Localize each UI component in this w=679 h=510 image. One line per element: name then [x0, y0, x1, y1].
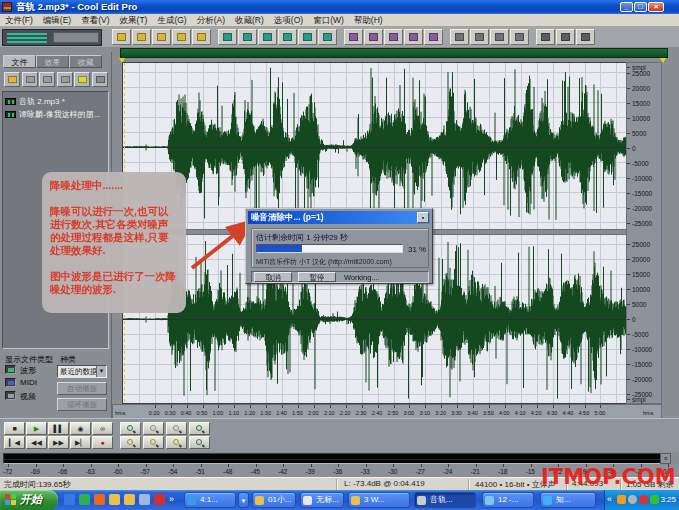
record-button[interactable]: ●: [92, 436, 113, 449]
silence-button[interactable]: [384, 29, 403, 45]
menu-effects[interactable]: 效果(T): [115, 14, 153, 27]
organizer-tool-6-button[interactable]: [92, 72, 108, 87]
filetype-checkbox-midi[interactable]: [5, 378, 16, 387]
file-list-item[interactable]: 谭咏麟-像我这样的朋...: [3, 108, 108, 121]
amplitude-ruler[interactable]: smpl2500020000150001000050000-5000-10000…: [626, 62, 662, 404]
menu-favorites[interactable]: 收藏(R): [230, 14, 269, 27]
dialog-close-icon[interactable]: ▪: [417, 212, 429, 223]
filetype-checkbox-波形[interactable]: [5, 365, 16, 374]
play-button[interactable]: ▶: [26, 422, 47, 435]
organizer-button-1[interactable]: 自动播放: [57, 382, 107, 395]
zoom-selection-button[interactable]: [189, 422, 210, 435]
dropdown-arrow-icon[interactable]: ▼: [96, 366, 106, 377]
task-button-1[interactable]: 4:1...: [184, 492, 236, 508]
copy-button[interactable]: [278, 29, 297, 45]
organizer-tool-5-button[interactable]: [74, 72, 90, 87]
task-button-5[interactable]: 音轨...: [414, 492, 476, 508]
quicklaunch-icon-5[interactable]: [124, 494, 135, 505]
rewind-button[interactable]: ◀◀: [26, 436, 47, 449]
menu-help[interactable]: 帮助(H): [349, 14, 388, 27]
multitrack-view-button[interactable]: [490, 29, 509, 45]
zoom-in-button[interactable]: [120, 422, 141, 435]
cue-list-button[interactable]: [510, 29, 529, 45]
organizer-tab-effects[interactable]: 效果: [36, 55, 69, 68]
menu-generate[interactable]: 生成(G): [152, 14, 191, 27]
quicklaunch-icon-1[interactable]: [64, 494, 75, 505]
cancel-button[interactable]: 取消: [254, 272, 292, 282]
maximize-button[interactable]: □: [634, 2, 647, 12]
timeline-ruler[interactable]: hmshms0:200:300:400:501:001:101:201:301:…: [112, 404, 662, 419]
view-toggle-button[interactable]: [2, 29, 102, 46]
quicklaunch-icon-6[interactable]: [139, 494, 150, 505]
go-start-button[interactable]: ▎◀: [4, 436, 25, 449]
menu-edit[interactable]: 编辑(E): [38, 14, 76, 27]
quicklaunch-icon-2[interactable]: [79, 494, 90, 505]
file-list-item[interactable]: 音轨 2.mp3 *: [3, 95, 108, 108]
task-button-7[interactable]: 知...: [540, 492, 596, 508]
dialog-title[interactable]: 噪音清除中... (p=1): [248, 211, 430, 224]
menu-window[interactable]: 窗口(W): [308, 14, 349, 27]
open-file-button[interactable]: [132, 29, 151, 45]
organizer-tool-4-button[interactable]: [57, 72, 73, 87]
menu-options[interactable]: 选项(O): [269, 14, 308, 27]
go-end-button[interactable]: ▶▏: [70, 436, 91, 449]
waveform-view-button[interactable]: [470, 29, 489, 45]
level-meter[interactable]: [3, 453, 671, 464]
pause-button[interactable]: 暂停: [298, 272, 336, 282]
sort-dropdown[interactable]: 最近的数据▼: [57, 365, 107, 378]
loop-button[interactable]: ∞: [92, 422, 113, 435]
save-file-button[interactable]: [152, 29, 171, 45]
file-info-button[interactable]: [192, 29, 211, 45]
tray-icon-3[interactable]: [639, 495, 648, 504]
envelope-button[interactable]: [424, 29, 443, 45]
cut-button[interactable]: [258, 29, 277, 45]
organizer-tab-favorites[interactable]: 收藏: [69, 55, 102, 68]
zoom-left-button[interactable]: [120, 436, 141, 449]
scripts-button[interactable]: [556, 29, 575, 45]
reverse-button[interactable]: [364, 29, 383, 45]
zoom-vertical-button[interactable]: [189, 436, 210, 449]
start-button[interactable]: 开始: [0, 490, 58, 510]
zoom-right-button[interactable]: [143, 436, 164, 449]
organizer-tab-files[interactable]: 文件: [3, 55, 36, 68]
zoom-out-button[interactable]: [143, 422, 164, 435]
organizer-tool-1-button[interactable]: [4, 72, 20, 87]
task-button-2[interactable]: 01小...: [252, 492, 296, 508]
pause-button[interactable]: ▌▌: [48, 422, 69, 435]
organizer-tool-2-button[interactable]: [22, 72, 38, 87]
quicklaunch-icon-7[interactable]: [154, 494, 165, 505]
filetype-checkbox-视频[interactable]: [5, 391, 16, 400]
help-tool-button[interactable]: [576, 29, 595, 45]
quicklaunch-icon-4[interactable]: [109, 494, 120, 505]
paste-button[interactable]: [298, 29, 317, 45]
undo-button[interactable]: [218, 29, 237, 45]
invert-button[interactable]: [344, 29, 363, 45]
spectral-button[interactable]: [450, 29, 469, 45]
mix-paste-button[interactable]: [318, 29, 337, 45]
quicklaunch-overflow-icon[interactable]: »: [169, 494, 174, 504]
menu-analyze[interactable]: 分析(A): [192, 14, 230, 27]
settings-button[interactable]: [536, 29, 555, 45]
redo-button[interactable]: [238, 29, 257, 45]
tray-icon-qq[interactable]: [650, 495, 659, 504]
task-button-4[interactable]: 3 W...: [348, 492, 410, 508]
tray-icon-1[interactable]: [617, 495, 626, 504]
quicklaunch-icon-3[interactable]: [94, 494, 105, 505]
task-button-3[interactable]: 无标...: [300, 492, 344, 508]
close-button[interactable]: ×: [648, 2, 664, 12]
tray-icon-2[interactable]: [628, 495, 637, 504]
meter-options-icon[interactable]: ≡: [660, 453, 671, 464]
new-file-button[interactable]: [112, 29, 131, 45]
task-group-dropdown-icon[interactable]: ▾: [238, 492, 249, 508]
fast-forward-button[interactable]: ▶▶: [48, 436, 69, 449]
zoom-center-button[interactable]: [166, 436, 187, 449]
minimize-button[interactable]: _: [620, 2, 633, 12]
task-button-6[interactable]: 12 -...: [482, 492, 534, 508]
tray-chevron-icon[interactable]: «: [607, 494, 612, 504]
play-looped-button[interactable]: ◉: [70, 422, 91, 435]
menu-file[interactable]: 文件(F): [0, 14, 38, 27]
amplify-button[interactable]: [404, 29, 423, 45]
stop-button[interactable]: ■: [4, 422, 25, 435]
menu-view[interactable]: 查看(V): [76, 14, 114, 27]
overview-navigation-bar[interactable]: [120, 48, 668, 58]
